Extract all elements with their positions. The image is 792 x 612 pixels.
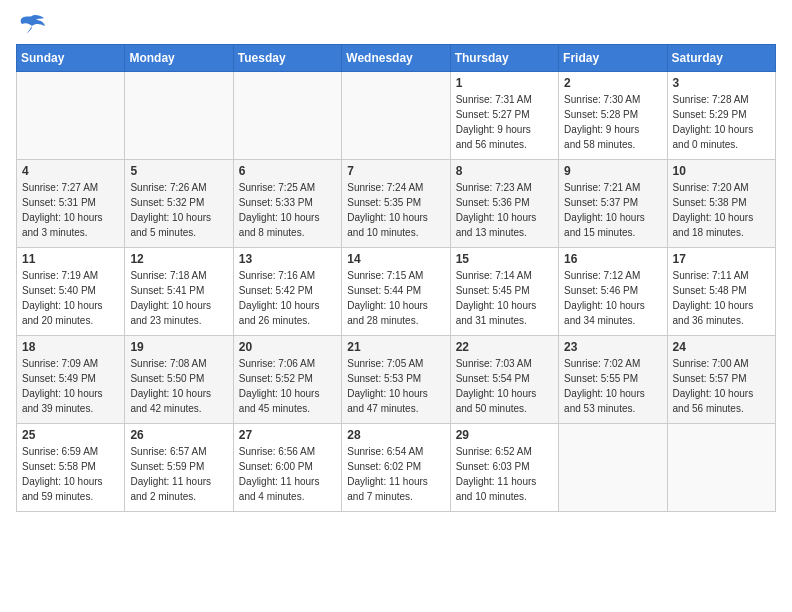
calendar-cell: 18Sunrise: 7:09 AM Sunset: 5:49 PM Dayli…	[17, 336, 125, 424]
day-info: Sunrise: 7:06 AM Sunset: 5:52 PM Dayligh…	[239, 358, 320, 414]
day-info: Sunrise: 7:18 AM Sunset: 5:41 PM Dayligh…	[130, 270, 211, 326]
calendar-cell: 13Sunrise: 7:16 AM Sunset: 5:42 PM Dayli…	[233, 248, 341, 336]
day-header-saturday: Saturday	[667, 45, 775, 72]
calendar-cell: 29Sunrise: 6:52 AM Sunset: 6:03 PM Dayli…	[450, 424, 558, 512]
day-number: 28	[347, 428, 444, 442]
day-number: 21	[347, 340, 444, 354]
day-number: 1	[456, 76, 553, 90]
day-number: 6	[239, 164, 336, 178]
calendar-cell: 15Sunrise: 7:14 AM Sunset: 5:45 PM Dayli…	[450, 248, 558, 336]
day-number: 9	[564, 164, 661, 178]
day-number: 5	[130, 164, 227, 178]
calendar-cell: 8Sunrise: 7:23 AM Sunset: 5:36 PM Daylig…	[450, 160, 558, 248]
calendar-cell: 10Sunrise: 7:20 AM Sunset: 5:38 PM Dayli…	[667, 160, 775, 248]
calendar-cell	[667, 424, 775, 512]
day-info: Sunrise: 7:00 AM Sunset: 5:57 PM Dayligh…	[673, 358, 754, 414]
day-number: 4	[22, 164, 119, 178]
calendar-cell	[17, 72, 125, 160]
calendar-cell: 3Sunrise: 7:28 AM Sunset: 5:29 PM Daylig…	[667, 72, 775, 160]
days-header-row: SundayMondayTuesdayWednesdayThursdayFrid…	[17, 45, 776, 72]
calendar-cell	[559, 424, 667, 512]
day-info: Sunrise: 7:15 AM Sunset: 5:44 PM Dayligh…	[347, 270, 428, 326]
calendar-cell	[342, 72, 450, 160]
day-number: 17	[673, 252, 770, 266]
calendar-cell: 20Sunrise: 7:06 AM Sunset: 5:52 PM Dayli…	[233, 336, 341, 424]
calendar-cell: 22Sunrise: 7:03 AM Sunset: 5:54 PM Dayli…	[450, 336, 558, 424]
calendar-table: SundayMondayTuesdayWednesdayThursdayFrid…	[16, 44, 776, 512]
day-info: Sunrise: 6:56 AM Sunset: 6:00 PM Dayligh…	[239, 446, 320, 502]
calendar-cell: 23Sunrise: 7:02 AM Sunset: 5:55 PM Dayli…	[559, 336, 667, 424]
calendar-cell: 7Sunrise: 7:24 AM Sunset: 5:35 PM Daylig…	[342, 160, 450, 248]
calendar-cell: 25Sunrise: 6:59 AM Sunset: 5:58 PM Dayli…	[17, 424, 125, 512]
day-info: Sunrise: 7:28 AM Sunset: 5:29 PM Dayligh…	[673, 94, 754, 150]
calendar-cell: 2Sunrise: 7:30 AM Sunset: 5:28 PM Daylig…	[559, 72, 667, 160]
day-info: Sunrise: 7:09 AM Sunset: 5:49 PM Dayligh…	[22, 358, 103, 414]
calendar-cell: 19Sunrise: 7:08 AM Sunset: 5:50 PM Dayli…	[125, 336, 233, 424]
calendar-cell: 21Sunrise: 7:05 AM Sunset: 5:53 PM Dayli…	[342, 336, 450, 424]
calendar-cell	[125, 72, 233, 160]
day-number: 24	[673, 340, 770, 354]
day-info: Sunrise: 7:05 AM Sunset: 5:53 PM Dayligh…	[347, 358, 428, 414]
calendar-cell: 27Sunrise: 6:56 AM Sunset: 6:00 PM Dayli…	[233, 424, 341, 512]
day-header-friday: Friday	[559, 45, 667, 72]
day-info: Sunrise: 7:20 AM Sunset: 5:38 PM Dayligh…	[673, 182, 754, 238]
day-number: 8	[456, 164, 553, 178]
day-header-thursday: Thursday	[450, 45, 558, 72]
calendar-cell: 28Sunrise: 6:54 AM Sunset: 6:02 PM Dayli…	[342, 424, 450, 512]
day-info: Sunrise: 7:02 AM Sunset: 5:55 PM Dayligh…	[564, 358, 645, 414]
day-info: Sunrise: 7:27 AM Sunset: 5:31 PM Dayligh…	[22, 182, 103, 238]
logo-bird-icon	[18, 14, 46, 36]
calendar-cell: 9Sunrise: 7:21 AM Sunset: 5:37 PM Daylig…	[559, 160, 667, 248]
header	[16, 16, 776, 36]
calendar-cell: 1Sunrise: 7:31 AM Sunset: 5:27 PM Daylig…	[450, 72, 558, 160]
day-number: 15	[456, 252, 553, 266]
calendar-cell: 24Sunrise: 7:00 AM Sunset: 5:57 PM Dayli…	[667, 336, 775, 424]
week-row-4: 18Sunrise: 7:09 AM Sunset: 5:49 PM Dayli…	[17, 336, 776, 424]
day-header-sunday: Sunday	[17, 45, 125, 72]
day-header-monday: Monday	[125, 45, 233, 72]
day-info: Sunrise: 7:03 AM Sunset: 5:54 PM Dayligh…	[456, 358, 537, 414]
day-header-wednesday: Wednesday	[342, 45, 450, 72]
day-info: Sunrise: 7:19 AM Sunset: 5:40 PM Dayligh…	[22, 270, 103, 326]
day-info: Sunrise: 7:21 AM Sunset: 5:37 PM Dayligh…	[564, 182, 645, 238]
day-info: Sunrise: 7:24 AM Sunset: 5:35 PM Dayligh…	[347, 182, 428, 238]
day-number: 16	[564, 252, 661, 266]
day-info: Sunrise: 7:12 AM Sunset: 5:46 PM Dayligh…	[564, 270, 645, 326]
day-number: 2	[564, 76, 661, 90]
calendar-cell: 12Sunrise: 7:18 AM Sunset: 5:41 PM Dayli…	[125, 248, 233, 336]
calendar-cell: 16Sunrise: 7:12 AM Sunset: 5:46 PM Dayli…	[559, 248, 667, 336]
calendar-cell: 6Sunrise: 7:25 AM Sunset: 5:33 PM Daylig…	[233, 160, 341, 248]
day-header-tuesday: Tuesday	[233, 45, 341, 72]
day-info: Sunrise: 6:52 AM Sunset: 6:03 PM Dayligh…	[456, 446, 537, 502]
day-info: Sunrise: 6:59 AM Sunset: 5:58 PM Dayligh…	[22, 446, 103, 502]
day-info: Sunrise: 7:14 AM Sunset: 5:45 PM Dayligh…	[456, 270, 537, 326]
day-number: 7	[347, 164, 444, 178]
day-info: Sunrise: 7:30 AM Sunset: 5:28 PM Dayligh…	[564, 94, 640, 150]
calendar-cell: 11Sunrise: 7:19 AM Sunset: 5:40 PM Dayli…	[17, 248, 125, 336]
day-number: 18	[22, 340, 119, 354]
day-number: 10	[673, 164, 770, 178]
day-number: 22	[456, 340, 553, 354]
day-info: Sunrise: 7:31 AM Sunset: 5:27 PM Dayligh…	[456, 94, 532, 150]
day-number: 25	[22, 428, 119, 442]
day-number: 14	[347, 252, 444, 266]
calendar-cell: 17Sunrise: 7:11 AM Sunset: 5:48 PM Dayli…	[667, 248, 775, 336]
day-number: 19	[130, 340, 227, 354]
day-number: 29	[456, 428, 553, 442]
calendar-cell	[233, 72, 341, 160]
week-row-1: 1Sunrise: 7:31 AM Sunset: 5:27 PM Daylig…	[17, 72, 776, 160]
day-number: 13	[239, 252, 336, 266]
week-row-3: 11Sunrise: 7:19 AM Sunset: 5:40 PM Dayli…	[17, 248, 776, 336]
day-number: 26	[130, 428, 227, 442]
day-number: 20	[239, 340, 336, 354]
day-info: Sunrise: 7:11 AM Sunset: 5:48 PM Dayligh…	[673, 270, 754, 326]
day-info: Sunrise: 6:54 AM Sunset: 6:02 PM Dayligh…	[347, 446, 428, 502]
day-info: Sunrise: 7:23 AM Sunset: 5:36 PM Dayligh…	[456, 182, 537, 238]
week-row-5: 25Sunrise: 6:59 AM Sunset: 5:58 PM Dayli…	[17, 424, 776, 512]
day-info: Sunrise: 6:57 AM Sunset: 5:59 PM Dayligh…	[130, 446, 211, 502]
calendar-cell: 5Sunrise: 7:26 AM Sunset: 5:32 PM Daylig…	[125, 160, 233, 248]
calendar-cell: 14Sunrise: 7:15 AM Sunset: 5:44 PM Dayli…	[342, 248, 450, 336]
calendar-cell: 4Sunrise: 7:27 AM Sunset: 5:31 PM Daylig…	[17, 160, 125, 248]
day-info: Sunrise: 7:08 AM Sunset: 5:50 PM Dayligh…	[130, 358, 211, 414]
week-row-2: 4Sunrise: 7:27 AM Sunset: 5:31 PM Daylig…	[17, 160, 776, 248]
